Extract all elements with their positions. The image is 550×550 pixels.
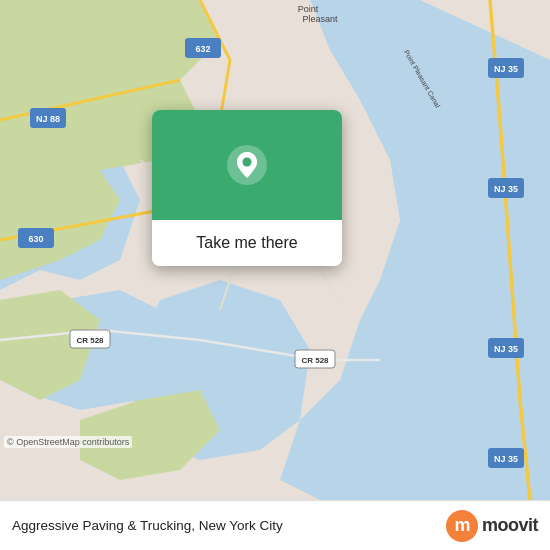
take-me-there-button[interactable]: Take me there: [152, 220, 342, 266]
svg-text:630: 630: [28, 234, 43, 244]
popup-header: [152, 110, 342, 220]
svg-point-26: [243, 158, 252, 167]
location-label: Aggressive Paving & Trucking, New York C…: [12, 518, 283, 533]
moovit-logo: m moovit: [446, 510, 538, 542]
svg-text:Point: Point: [298, 4, 319, 14]
bottom-bar: Aggressive Paving & Trucking, New York C…: [0, 500, 550, 550]
svg-text:Pleasant: Pleasant: [302, 14, 338, 24]
svg-text:632: 632: [195, 44, 210, 54]
location-pin-icon: [225, 143, 269, 187]
svg-text:NJ 35: NJ 35: [494, 454, 518, 464]
osm-attribution: © OpenStreetMap contributors: [4, 436, 132, 448]
svg-text:CR 528: CR 528: [76, 336, 104, 345]
svg-text:NJ 35: NJ 35: [494, 64, 518, 74]
popup-card: Take me there: [152, 110, 342, 266]
svg-text:NJ 88: NJ 88: [36, 114, 60, 124]
moovit-wordmark: moovit: [482, 515, 538, 536]
svg-text:NJ 35: NJ 35: [494, 344, 518, 354]
svg-text:NJ 35: NJ 35: [494, 184, 518, 194]
map-container: NJ 88 NJ 35 NJ 35 NJ 35 NJ 35 630 632 63…: [0, 0, 550, 500]
svg-text:CR 528: CR 528: [301, 356, 329, 365]
moovit-icon: m: [446, 510, 478, 542]
